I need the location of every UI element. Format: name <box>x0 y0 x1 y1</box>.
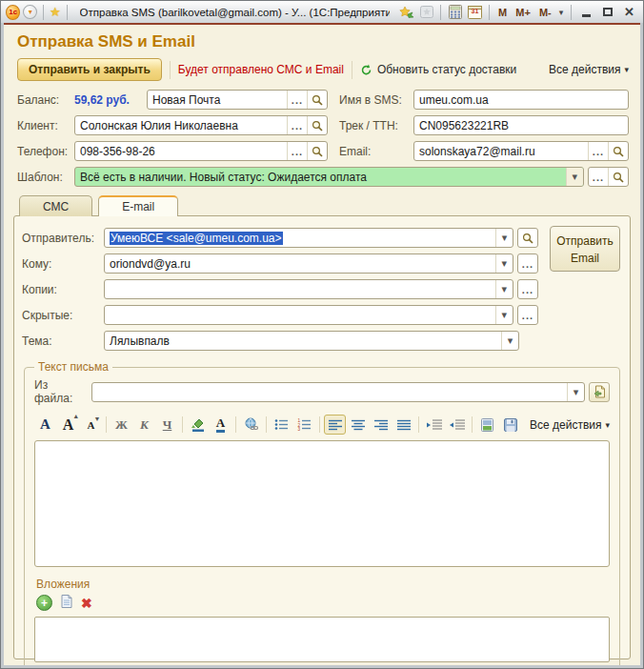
calculator-icon[interactable] <box>447 5 463 20</box>
font-color-button[interactable]: A <box>210 415 231 435</box>
sender-dropdown-button[interactable]: ▾ <box>495 229 513 247</box>
command-bar-divider <box>352 61 352 79</box>
close-button[interactable]: ✕ <box>620 5 638 20</box>
decrease-font-button[interactable]: A▼ <box>80 415 102 435</box>
bcc-input[interactable] <box>105 306 495 324</box>
from-file-dropdown-button[interactable]: ▾ <box>567 383 584 401</box>
align-left-button[interactable] <box>324 415 346 435</box>
bold-button[interactable]: Ж <box>111 415 132 435</box>
template-dropdown-button[interactable]: ▾ <box>566 168 583 186</box>
phone-magnifier-button[interactable] <box>307 142 327 160</box>
email-label: Email: <box>339 145 410 158</box>
delete-attachment-button[interactable]: ✖ <box>81 597 92 610</box>
post-service-field-group: ... <box>147 90 328 110</box>
phone-input[interactable] <box>75 142 287 160</box>
refresh-delivery-status-button[interactable]: Обновить статус доставки <box>360 63 516 76</box>
cc-ellipsis-button[interactable]: ... <box>518 280 537 298</box>
to-dropdown-button[interactable]: ▾ <box>495 254 513 273</box>
font-select-button[interactable]: A <box>34 415 56 435</box>
sms-name-field-group <box>413 90 629 110</box>
memory-m-button[interactable]: M <box>495 7 510 18</box>
post-service-magnifier-button[interactable] <box>307 91 327 109</box>
memory-m-plus-button[interactable]: M+ <box>513 7 533 18</box>
track-input[interactable] <box>414 116 628 134</box>
to-ellipsis-button[interactable]: ... <box>518 254 537 273</box>
template-ellipsis-button[interactable]: ... <box>589 168 608 186</box>
formatting-toolbar: A A▲ A▼ Ж К Ч A <box>34 411 610 440</box>
toolbar-divider <box>182 416 183 433</box>
sms-name-input[interactable] <box>414 91 628 109</box>
subject-label: Тема: <box>22 334 100 348</box>
increase-indent-button[interactable] <box>423 415 445 435</box>
sender-label: Отправитель: <box>22 232 100 245</box>
post-service-ellipsis-button[interactable]: ... <box>287 91 307 109</box>
toolbar-overflow-icon[interactable]: ▾ <box>557 8 566 17</box>
favorites-star-icon[interactable]: ★ <box>50 6 61 18</box>
email-body-textarea[interactable] <box>34 440 610 567</box>
bullet-list-button[interactable] <box>271 415 292 435</box>
attachments-list[interactable] <box>34 617 610 662</box>
app-logo-1c-icon: 1с <box>6 5 20 20</box>
open-attachment-button[interactable] <box>61 595 72 611</box>
titlebar-divider <box>43 5 44 20</box>
add-attachment-button[interactable]: + <box>36 595 52 611</box>
all-actions-button[interactable]: Все действия ▾ <box>549 63 629 76</box>
client-ellipsis-button[interactable]: ... <box>287 116 307 134</box>
tab-sms[interactable]: СМС <box>19 195 92 216</box>
cc-input[interactable] <box>105 280 495 298</box>
maximize-button[interactable] <box>598 5 616 20</box>
memory-m-minus-button[interactable]: M- <box>536 7 554 18</box>
choose-file-button[interactable] <box>589 382 610 402</box>
editor-all-actions-button[interactable]: Все действия ▾ <box>530 418 610 432</box>
phone-ellipsis-button[interactable]: ... <box>287 142 307 160</box>
magnifier-icon <box>613 172 624 183</box>
align-right-button[interactable] <box>370 415 392 435</box>
tab-email[interactable]: E-mail <box>98 195 178 216</box>
template-input[interactable] <box>75 168 566 186</box>
from-file-row: Из файла: ▾ <box>34 378 610 405</box>
email-row: Email: ... <box>339 141 629 161</box>
sender-magnifier-button[interactable] <box>518 229 537 247</box>
hyperlink-button[interactable] <box>240 415 262 435</box>
subject-dropdown-button[interactable]: ▾ <box>501 332 518 350</box>
calendar-icon[interactable]: 31 <box>467 5 483 20</box>
subject-input[interactable] <box>105 332 501 350</box>
bcc-ellipsis-button[interactable]: ... <box>518 306 537 324</box>
justify-button[interactable] <box>392 415 414 435</box>
decrease-indent-button[interactable] <box>446 415 468 435</box>
client-input[interactable] <box>75 116 287 134</box>
command-bar: Отправить и закрыть Будет отправлено СМС… <box>11 58 633 90</box>
system-menu-dropdown-icon[interactable]: ▾ <box>23 5 37 19</box>
bold-glyph: Ж <box>115 417 128 433</box>
align-center-button[interactable] <box>347 415 369 435</box>
minimize-button[interactable] <box>577 5 595 20</box>
sms-name-label: Имя в SMS: <box>339 93 410 107</box>
send-and-close-button[interactable]: Отправить и закрыть <box>17 58 162 81</box>
email-ellipsis-button[interactable]: ... <box>588 142 608 160</box>
titlebar-divider <box>489 5 490 20</box>
increase-font-button[interactable]: A▲ <box>57 415 79 435</box>
cc-dropdown-button[interactable]: ▾ <box>495 280 513 298</box>
post-service-input[interactable] <box>148 91 287 109</box>
italic-button[interactable]: К <box>133 415 155 435</box>
save-text-button[interactable] <box>499 415 521 435</box>
save-icon <box>504 418 517 432</box>
to-input[interactable] <box>105 254 495 273</box>
from-file-input[interactable] <box>92 383 567 401</box>
insert-picture-button[interactable] <box>476 415 498 435</box>
bcc-dropdown-button[interactable]: ▾ <box>495 306 513 324</box>
background-color-button[interactable] <box>187 415 209 435</box>
email-field-group: ... <box>413 141 629 161</box>
underline-glyph: Ч <box>163 417 172 433</box>
add-favorite-icon[interactable] <box>399 5 415 20</box>
numbered-list-button[interactable]: 123 <box>293 415 315 435</box>
attachments-label: Вложения <box>36 578 610 591</box>
client-magnifier-button[interactable] <box>307 116 327 134</box>
sender-input[interactable]: УмеюВСЕ <sale@umeu.com.ua> <box>105 229 495 247</box>
magnifier-icon <box>312 120 323 132</box>
email-input[interactable] <box>414 142 588 160</box>
template-magnifier-button[interactable] <box>608 168 628 186</box>
send-email-button[interactable]: Отправить Email <box>550 226 620 272</box>
email-magnifier-button[interactable] <box>608 142 628 160</box>
underline-button[interactable]: Ч <box>156 415 178 435</box>
